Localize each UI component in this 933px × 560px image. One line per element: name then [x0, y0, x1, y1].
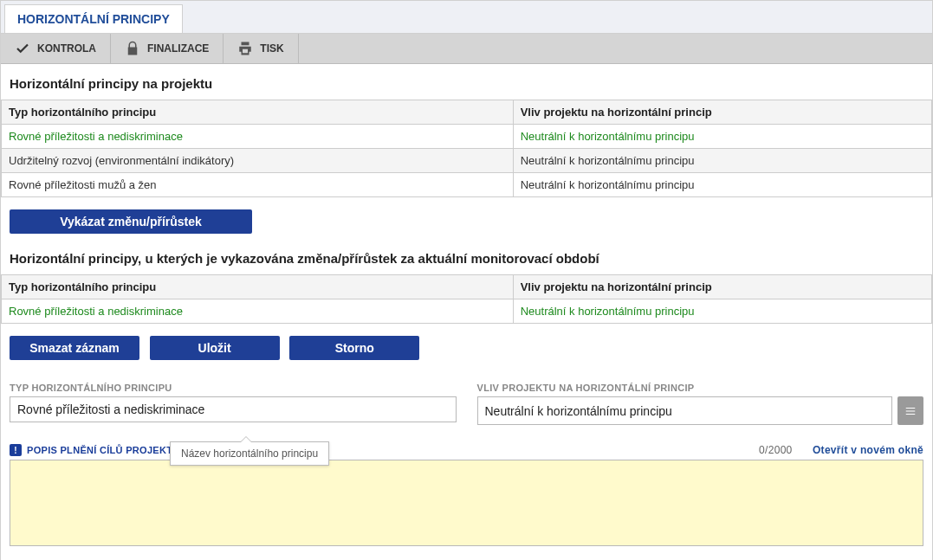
char-counter: 0/2000	[759, 444, 793, 456]
cell-vliv: Neutrální k horizontálnímu principu	[513, 173, 931, 197]
ulozit-button[interactable]: Uložit	[150, 336, 280, 360]
cell-typ: Rovné příležitosti mužů a žen	[2, 173, 514, 197]
col-vliv: Vliv projektu na horizontální princip	[513, 100, 931, 125]
table-row[interactable]: Rovné příležitosti mužů a ženNeutrální k…	[2, 173, 932, 197]
finalizace-label: FINALIZACE	[147, 42, 209, 55]
table-row[interactable]: Rovné příležitosti a nediskriminaceNeutr…	[2, 299, 932, 324]
vliv-picker-button[interactable]	[897, 396, 923, 425]
tisk-label: TISK	[260, 42, 283, 55]
principles-grid: Typ horizontálního principu Vliv projekt…	[1, 100, 932, 197]
tisk-button[interactable]: TISK	[224, 34, 298, 63]
storno-button[interactable]: Storno	[289, 336, 419, 360]
col-typ: Typ horizontálního principu	[2, 275, 514, 299]
tab-bar: HORIZONTÁLNÍ PRINCIPY	[1, 1, 932, 34]
kontrola-label: KONTROLA	[37, 42, 96, 55]
vliv-input[interactable]	[477, 396, 893, 425]
cell-vliv: Neutrální k horizontálnímu principu	[513, 299, 931, 324]
section2-title: Horizontální principy, u kterých je vyka…	[1, 246, 932, 274]
kontrola-button[interactable]: KONTROLA	[1, 34, 111, 63]
section1-title: Horizontální principy na projektu	[1, 64, 932, 100]
desc-textarea[interactable]	[10, 460, 923, 546]
col-typ: Typ horizontálního principu	[2, 100, 514, 125]
tooltip: Název horizontálního principu	[170, 441, 329, 466]
tab-horizontal-principles[interactable]: HORIZONTÁLNÍ PRINCIPY	[4, 4, 183, 33]
check-icon	[15, 41, 30, 56]
cell-typ: Rovné příležitosti a nediskriminace	[2, 125, 514, 149]
open-new-window-link[interactable]: Otevřít v novém okně	[813, 444, 923, 456]
table-row[interactable]: Rovné příležitosti a nediskriminaceNeutr…	[2, 125, 932, 149]
required-icon: !	[10, 444, 22, 456]
print-icon	[237, 41, 253, 56]
desc-label: POPIS PLNĚNÍ CÍLŮ PROJEKTU	[27, 445, 180, 455]
typ-label: TYP HORIZONTÁLNÍHO PRINCIPU	[10, 383, 457, 393]
table-row[interactable]: Udržitelný rozvoj (environmentální indik…	[2, 149, 932, 173]
lock-icon	[125, 41, 140, 56]
changes-grid: Typ horizontálního principu Vliv projekt…	[1, 274, 932, 324]
smazat-button[interactable]: Smazat záznam	[10, 336, 139, 360]
finalizace-button[interactable]: FINALIZACE	[111, 34, 224, 63]
cell-vliv: Neutrální k horizontálnímu principu	[513, 149, 931, 173]
cell-vliv: Neutrální k horizontálnímu principu	[513, 125, 931, 149]
col-vliv: Vliv projektu na horizontální princip	[513, 275, 931, 299]
vliv-label: VLIV PROJEKTU NA HORIZONTÁLNÍ PRINCIP	[477, 383, 924, 393]
cell-typ: Rovné příležitosti a nediskriminace	[2, 299, 514, 324]
toolbar: KONTROLA FINALIZACE TISK	[1, 34, 932, 64]
cell-typ: Udržitelný rozvoj (environmentální indik…	[2, 149, 514, 173]
vykazat-button[interactable]: Vykázat změnu/přírůstek	[10, 209, 252, 234]
typ-input[interactable]	[10, 396, 457, 422]
list-icon	[904, 405, 917, 417]
